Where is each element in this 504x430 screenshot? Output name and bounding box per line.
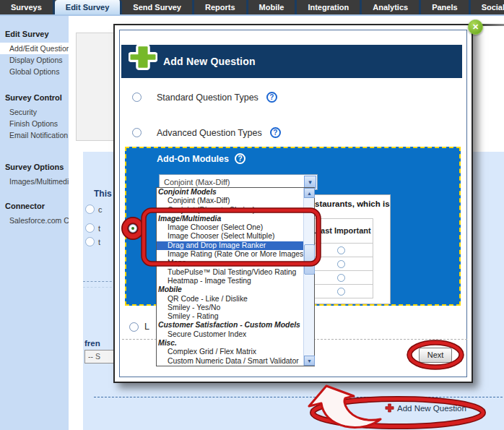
background-radio[interactable] — [85, 237, 95, 246]
dialog-header: Add New Question — [121, 45, 462, 78]
partial-question-type-option: L — [129, 322, 149, 332]
background-option-fragment: c — [98, 205, 103, 214]
background-option-fragment: t — [98, 224, 100, 233]
advanced-question-types-label: Advanced Question Types — [157, 128, 262, 138]
survey-builder-app: Surveys Edit Survey Send Survey Reports … — [0, 0, 504, 430]
green-plus-icon — [129, 43, 157, 72]
dropdown-option-selected[interactable]: Drag and Drop Image Ranker — [157, 241, 303, 250]
advanced-question-types-radio[interactable] — [132, 128, 142, 137]
sidebar-section-edit-survey: Edit Survey — [0, 30, 69, 38]
background-question-text: This — [94, 189, 112, 199]
tab-send-survey[interactable]: Send Survey — [122, 0, 194, 14]
dropdown-option[interactable]: Smiley - Yes/No — [157, 304, 303, 312]
next-button[interactable]: Next — [419, 348, 452, 363]
dropdown-option[interactable]: Image Rating (Rate One or More Images) — [157, 250, 303, 259]
sidebar-item-add-edit-questions[interactable]: Add/Edit Questions — [0, 43, 72, 54]
sidebar-section-survey-options: Survey Options — [0, 163, 69, 171]
addon-module-dropdown-list: Conjoint Models Conjoint (Max-Diff) Conj… — [156, 187, 315, 366]
scroll-down-icon[interactable]: ▼ — [304, 356, 315, 366]
sidebar-item-global-options[interactable]: Global Options — [0, 66, 69, 77]
standard-question-types-label: Standard Question Types — [157, 93, 258, 103]
divider — [83, 287, 116, 288]
dropdown-option[interactable]: Smiley - Rating — [157, 312, 303, 321]
background-radio[interactable] — [85, 205, 95, 214]
advanced-question-types-option: Advanced Question Types ? — [132, 127, 281, 138]
preview-col-least-important: Least Important — [310, 219, 373, 244]
dropdown-option[interactable]: Heatmap - Image Testing — [157, 277, 303, 285]
tab-mobile[interactable]: Mobile — [248, 0, 297, 14]
dropdown-group: Image/Multimedia — [157, 215, 303, 223]
dropdown-option[interactable]: Maps — [157, 259, 303, 267]
tab-panels[interactable]: Panels — [421, 0, 470, 14]
tab-reports[interactable]: Reports — [194, 0, 248, 14]
dropdown-group: Customer Satisfaction - Custom Models — [157, 321, 303, 330]
addon-modules-radio-selected[interactable] — [129, 224, 137, 233]
tab-analytics[interactable]: Analytics — [362, 0, 421, 14]
help-icon[interactable]: ? — [266, 92, 277, 103]
dropdown-group: Mobile — [157, 285, 303, 294]
standard-question-types-option: Standard Question Types ? — [132, 92, 277, 103]
partial-option-radio[interactable] — [129, 322, 139, 332]
sidebar-section-survey-control: Survey Control — [0, 93, 69, 102]
dropdown-option[interactable]: Image Chooser (Select One) — [157, 223, 303, 232]
tab-social[interactable]: Social — [471, 0, 504, 14]
add-new-question-label: Add New Question — [397, 404, 466, 413]
help-icon[interactable]: ? — [235, 153, 246, 164]
least-important-radio[interactable] — [337, 288, 345, 296]
divider — [94, 397, 503, 397]
sidebar-section-connector: Connector — [0, 202, 69, 210]
dropdown-option[interactable]: Conjoint (Discrete Choice) — [157, 206, 303, 215]
scroll-up-icon[interactable]: ▲ — [304, 188, 315, 198]
add-new-question-dialog: Add New Question ✕ Standard Question Typ… — [113, 24, 473, 383]
close-icon[interactable]: ✕ — [468, 20, 483, 35]
sidebar-gap — [0, 77, 69, 93]
nav-underline — [0, 14, 504, 16]
help-icon[interactable]: ? — [270, 127, 281, 138]
dropdown-option[interactable]: TubePulse™ Dial Testing/Video Rating — [157, 268, 303, 277]
dropdown-option[interactable]: Image Chooser (Select Multiple) — [157, 232, 303, 241]
background-option-fragment: t — [98, 238, 100, 246]
dropdown-option[interactable]: QR Code - Like / Dislike — [157, 295, 303, 304]
dropdown-option[interactable]: Custom Numeric Data / Smart Validator — [157, 357, 303, 366]
standard-question-types-radio[interactable] — [132, 93, 142, 102]
sidebar-item-images-multimedia[interactable]: Images/Multimedia — [0, 176, 69, 187]
sidebar-item-display-options[interactable]: Display Options — [0, 54, 69, 66]
dropdown-group: Misc. — [157, 339, 303, 348]
scrollbar-thumb[interactable] — [304, 244, 315, 275]
background-radio[interactable] — [85, 223, 95, 233]
addon-modules-label: Add-On Modules — [157, 154, 229, 164]
sidebar-item-security[interactable]: Security — [0, 106, 69, 118]
tab-surveys[interactable]: Surveys — [0, 0, 55, 14]
dialog-title: Add New Question — [163, 45, 256, 78]
language-label-fragment: fren — [84, 339, 100, 348]
least-important-radio[interactable] — [337, 260, 345, 268]
dropdown-option[interactable]: Conjoint (Max-Diff) — [157, 197, 303, 205]
top-nav: Surveys Edit Survey Send Survey Reports … — [0, 0, 504, 14]
sidebar: Edit Survey Add/Edit Questions Display O… — [0, 14, 69, 430]
least-important-radio[interactable] — [337, 274, 345, 282]
tab-integration[interactable]: Integration — [297, 0, 362, 14]
dropdown-scrollbar[interactable]: ▲ ▼ — [303, 188, 314, 366]
preview-question-fragment: staurants, which is — [315, 199, 390, 208]
red-plus-icon — [385, 403, 394, 413]
dropdown-group: Conjoint Models — [157, 188, 303, 197]
sidebar-item-finish-options[interactable]: Finish Options — [0, 118, 69, 129]
dropdown-option[interactable]: Complex Grid / Flex Matrix — [157, 348, 303, 356]
dropdown-option[interactable]: Secure Customer Index — [157, 330, 303, 339]
sidebar-gap — [0, 141, 69, 163]
sidebar-item-salesforce-crm[interactable]: Salesforce.com CRM — [0, 215, 69, 226]
tab-edit-survey[interactable]: Edit Survey — [55, 0, 123, 14]
sidebar-gap — [0, 187, 69, 202]
partial-option-label: L — [144, 322, 149, 332]
divider — [83, 281, 116, 282]
sidebar-item-email-notification[interactable]: Email Notification — [0, 129, 69, 141]
add-new-question-link[interactable]: Add New Question — [385, 403, 466, 413]
least-important-radio[interactable] — [337, 246, 345, 254]
